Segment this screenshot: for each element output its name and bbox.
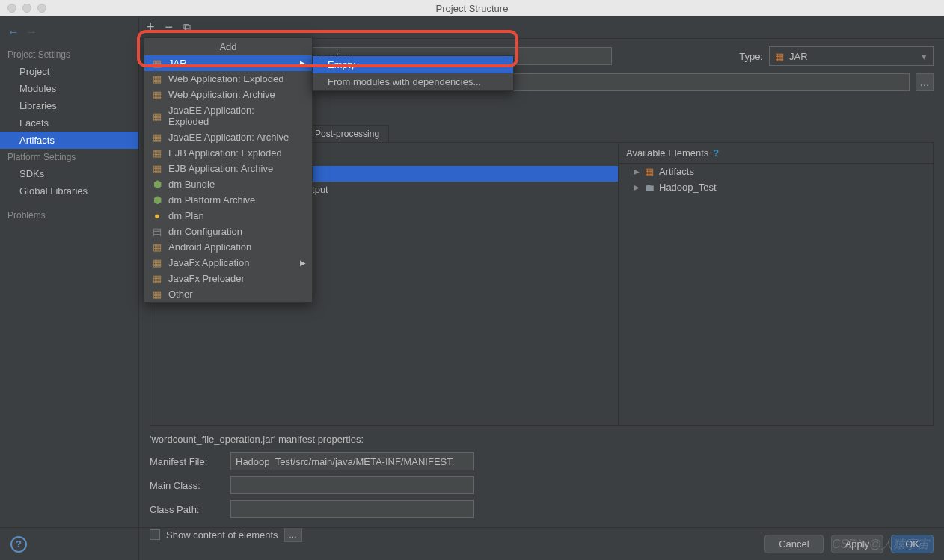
jar-icon: ▦ [152,58,162,69]
ctx-other[interactable]: ▦Other [144,286,312,302]
android-icon: ▦ [152,242,162,253]
main-container: ← → Project Settings Project Modules Lib… [0,16,944,560]
available-hadoop-test[interactable]: ▶ 🖿 Hadoop_Test [619,179,933,195]
ctx-jar[interactable]: ▦ JAR ▶ Empty From modules with dependen… [144,55,312,71]
ctx-javafx-app[interactable]: ▦JavaFx Application▶ [144,255,312,271]
archive-icon: ▦ [152,148,162,159]
tab-post-processing[interactable]: Post-processing [305,125,389,142]
ctx-dm-config[interactable]: ▤dm Configuration [144,224,312,239]
expand-icon: ▶ [634,167,640,176]
maximize-window-button[interactable] [37,4,46,13]
add-artifact-button[interactable]: + [147,19,155,35]
footer: ? Cancel Apply OK [0,527,944,560]
class-path-input[interactable] [230,500,474,518]
class-path-row: Class Path: [150,500,934,518]
back-arrow-icon[interactable]: ← [7,25,19,39]
submenu-from-modules[interactable]: From modules with dependencies... [313,73,513,90]
minimize-window-button[interactable] [22,4,31,13]
available-item-label: Artifacts [659,166,694,177]
traffic-lights [0,4,46,13]
ctx-javaee-archive[interactable]: ▦JavaEE Application: Archive [144,129,312,145]
artifacts-icon: ▦ [644,167,655,177]
ctx-android[interactable]: ▦Android Application [144,239,312,255]
archive-icon: ▦ [152,74,162,84]
cancel-button[interactable]: Cancel [764,535,823,553]
expand-icon: ▶ [634,183,640,191]
main-class-input[interactable] [230,476,474,494]
titlebar: Project Structure [0,0,944,16]
ctx-ejb-exploded[interactable]: ▦EJB Application: Exploded [144,145,312,161]
submenu-empty[interactable]: Empty [313,56,513,73]
manifest-file-input[interactable] [230,452,474,470]
manifest-title: 'wordcount_file_operation.jar' manifest … [150,434,934,445]
available-item-label: Hadoop_Test [659,182,717,193]
manifest-file-row: Manifest File: [150,452,934,470]
copy-artifact-button[interactable]: ⧉ [183,21,191,34]
ctx-web-archive[interactable]: ▦Web Application: Archive [144,87,312,102]
jar-icon: ▦ [774,51,785,61]
ctx-ejb-archive[interactable]: ▦EJB Application: Archive [144,161,312,176]
nav-arrows: ← → [0,22,138,46]
ctx-web-exploded[interactable]: ▦Web Application: Exploded [144,71,312,87]
context-menu-title: Add [144,38,312,55]
sidebar-item-libraries[interactable]: Libraries [0,97,138,114]
bundle-icon: ⬢ [152,179,162,190]
sidebar-item-facets[interactable]: Facets [0,114,138,132]
help-button[interactable]: ? [10,536,27,553]
available-label: Available Elements [626,147,708,159]
ctx-dm-plan[interactable]: ●dm Plan [144,208,312,224]
sidebar-section-platform: Platform Settings [0,149,138,165]
window-title: Project Structure [436,3,509,14]
ctx-javafx-preloader[interactable]: ▦JavaFx Preloader [144,271,312,286]
archive-icon: ▦ [152,132,162,143]
sidebar-item-project[interactable]: Project [0,63,138,80]
main-class-label: Main Class: [150,480,224,491]
ctx-dm-bundle[interactable]: ⬢dm Bundle [144,176,312,192]
available-elements-header: Available Elements ? [619,143,933,164]
type-label: Type: [739,51,763,62]
plan-icon: ● [152,211,162,221]
layout-right-panel: Available Elements ? ▶ ▦ Artifacts ▶ 🖿 H… [619,143,933,425]
submenu-arrow-icon: ▶ [300,259,306,267]
sidebar: ← → Project Settings Project Modules Lib… [0,16,139,560]
watermark: CSDN @人猿宇宙 [832,537,929,553]
sidebar-section-problems[interactable]: Problems [0,207,138,224]
javafx-icon: ▦ [152,258,162,268]
module-icon: 🖿 [644,182,655,193]
archive-icon: ▦ [152,90,162,100]
ctx-javaee-exploded[interactable]: ▦JavaEE Application: Exploded [144,102,312,129]
config-icon: ▤ [152,227,162,237]
class-path-label: Class Path: [150,504,224,515]
ctx-dm-platform[interactable]: ⬢dm Platform Archive [144,192,312,208]
main-class-row: Main Class: [150,476,934,494]
jar-submenu: Empty From modules with dependencies... [312,55,514,91]
artifacts-toolbar: + − ⧉ [139,16,944,39]
sidebar-item-global-libraries[interactable]: Global Libraries [0,182,138,200]
archive-icon: ▦ [152,164,162,174]
forward-arrow-icon[interactable]: → [25,25,37,39]
close-window-button[interactable] [7,4,16,13]
other-icon: ▦ [152,289,162,300]
manifest-file-label: Manifest File: [150,456,224,467]
type-select[interactable]: ▦ JAR [769,46,934,66]
javafx-icon: ▦ [152,274,162,284]
submenu-arrow-icon: ▶ [300,59,306,67]
sidebar-item-sdks[interactable]: SDKs [0,165,138,182]
remove-artifact-button[interactable]: − [165,19,174,35]
platform-icon: ⬢ [152,195,162,206]
sidebar-item-modules[interactable]: Modules [0,80,138,97]
help-icon[interactable]: ? [713,147,719,159]
available-artifacts[interactable]: ▶ ▦ Artifacts [619,164,933,179]
sidebar-section-project: Project Settings [0,46,138,63]
add-context-menu: Add ▦ JAR ▶ Empty From modules with depe… [144,37,313,303]
archive-icon: ▦ [152,111,162,121]
type-value: JAR [789,51,808,62]
browse-output-button[interactable]: … [916,73,934,91]
sidebar-item-artifacts[interactable]: Artifacts [0,132,138,149]
